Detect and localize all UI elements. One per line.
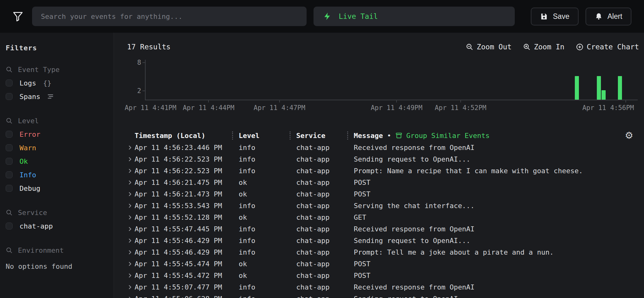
row-expand-chevron[interactable] — [125, 144, 135, 151]
x-tick-mark — [208, 100, 209, 102]
row-expand-chevron[interactable] — [125, 156, 135, 163]
live-tail-button[interactable]: Live Tail — [314, 7, 515, 26]
filter-search-event-type[interactable]: Event Type — [6, 66, 108, 74]
col-header-level: Level — [232, 132, 290, 140]
row-expand-chevron[interactable] — [125, 249, 135, 256]
row-message: Received response from OpenAI — [347, 225, 619, 233]
filter-search-environment[interactable]: Environment — [6, 246, 108, 254]
row-service: chat-app — [290, 225, 347, 233]
histogram-bar[interactable] — [575, 76, 579, 100]
row-expand-chevron[interactable] — [125, 191, 135, 197]
row-message: Received response from OpenAI — [347, 144, 619, 152]
zoom-in-icon — [523, 43, 531, 51]
row-expand-chevron[interactable] — [125, 179, 135, 186]
header-bullet: • — [387, 132, 391, 140]
chevron-right-icon — [127, 237, 133, 244]
checkbox[interactable] — [6, 171, 13, 178]
filter-item-warn[interactable]: Warn — [6, 144, 108, 152]
chevron-right-icon — [127, 226, 133, 232]
row-timestamp: Apr 11 4:56:21.473 PM — [135, 190, 232, 198]
chart-plot-area: Apr 11 4:41PMApr 11 4:44PMApr 11 4:47PMA… — [145, 60, 638, 100]
histogram-bar[interactable] — [602, 90, 606, 100]
zoom-in-button[interactable]: Zoom In — [523, 43, 564, 51]
table-row[interactable]: Apr 11 4:56:22.523 PM info chat-app Send… — [114, 153, 644, 165]
sidebar-groups: Event Type Logs {} Spans Level Error War… — [6, 66, 108, 270]
filter-item-spans[interactable]: Spans — [6, 92, 108, 101]
create-chart-button[interactable]: Create Chart — [576, 43, 639, 51]
table-row[interactable]: Apr 11 4:55:52.128 PM ok chat-app GET — [114, 212, 644, 223]
table-row[interactable]: Apr 11 4:56:21.475 PM ok chat-app POST — [114, 177, 644, 188]
col-header-message: Message — [354, 132, 383, 140]
table-row[interactable]: Apr 11 4:55:07.477 PM info chat-app Rece… — [114, 281, 644, 293]
row-expand-chevron[interactable] — [125, 237, 135, 244]
filter-item-logs[interactable]: Logs {} — [6, 79, 108, 87]
row-expand-chevron[interactable] — [125, 214, 135, 221]
filter-funnel-icon[interactable] — [11, 9, 25, 24]
filters-title: Filters — [6, 44, 108, 52]
row-expand-chevron[interactable] — [125, 272, 135, 279]
y-tick-label: 8 — [137, 59, 141, 66]
chevron-right-icon — [127, 202, 133, 209]
main-panel: 17 Results Zoom Out Zoom In — [114, 33, 644, 298]
histogram-bar[interactable] — [597, 76, 601, 100]
chevron-right-icon — [127, 261, 133, 267]
row-expand-chevron[interactable] — [125, 226, 135, 232]
filter-item-ok[interactable]: Ok — [6, 157, 108, 165]
save-button[interactable]: Save — [531, 8, 578, 25]
table-row[interactable]: Apr 11 4:56:22.523 PM info chat-app Prom… — [114, 165, 644, 177]
checkbox[interactable] — [6, 223, 13, 229]
search-input[interactable] — [32, 7, 307, 26]
lightning-icon — [323, 12, 332, 21]
checkbox[interactable] — [6, 158, 13, 165]
table-row[interactable]: Apr 11 4:55:53.543 PM info chat-app Serv… — [114, 200, 644, 212]
checkbox[interactable] — [6, 185, 13, 192]
table-row[interactable]: Apr 11 4:55:45.474 PM ok chat-app POST — [114, 258, 644, 270]
table-row[interactable]: Apr 11 4:55:47.445 PM info chat-app Rece… — [114, 223, 644, 235]
row-message: POST — [347, 190, 619, 198]
filter-group-service: Service chat-app — [6, 209, 108, 230]
filter-search-service[interactable]: Service — [6, 209, 108, 217]
group-similar-events-button[interactable]: Group Similar Events — [395, 132, 490, 140]
table-row[interactable]: Apr 11 4:56:23.446 PM info chat-app Rece… — [114, 142, 644, 153]
filter-search-level[interactable]: Level — [6, 117, 108, 125]
row-expand-chevron[interactable] — [125, 295, 135, 298]
filter-item-info[interactable]: Info — [6, 171, 108, 179]
filter-item-chat-app[interactable]: chat-app — [6, 222, 108, 230]
filter-item-error[interactable]: Error — [6, 130, 108, 138]
histogram-bar[interactable] — [618, 76, 622, 100]
table-row[interactable]: Apr 11 4:55:45.472 PM ok chat-app POST — [114, 270, 644, 281]
chevron-right-icon — [127, 295, 133, 298]
alert-button[interactable]: Alert — [586, 8, 631, 25]
checkbox[interactable] — [6, 93, 13, 100]
table-settings-gear-icon[interactable]: ⚙ — [625, 131, 644, 140]
filter-item-debug[interactable]: Debug — [6, 184, 108, 192]
table-row[interactable]: Apr 11 4:55:06.628 PM info chat-app Send… — [114, 293, 644, 298]
row-expand-chevron[interactable] — [125, 202, 135, 209]
zoom-out-button[interactable]: Zoom Out — [466, 43, 512, 51]
table-row[interactable]: Apr 11 4:55:46.429 PM info chat-app Prom… — [114, 246, 644, 258]
checkbox[interactable] — [6, 144, 13, 151]
row-service: chat-app — [290, 202, 347, 210]
table-header-row: Timestamp (Local) Level Service Message … — [114, 129, 644, 142]
row-timestamp: Apr 11 4:55:47.445 PM — [135, 225, 232, 233]
row-expand-chevron[interactable] — [125, 261, 135, 267]
x-tick-mark — [625, 100, 626, 102]
row-expand-chevron[interactable] — [125, 284, 135, 290]
row-expand-chevron[interactable] — [125, 168, 135, 174]
save-icon — [540, 12, 548, 20]
row-level: ok — [232, 179, 290, 186]
table-row[interactable]: Apr 11 4:56:21.473 PM ok chat-app POST — [114, 188, 644, 200]
checkbox[interactable] — [6, 131, 13, 138]
row-message: POST — [347, 260, 619, 268]
table-row[interactable]: Apr 11 4:55:46.429 PM info chat-app Send… — [114, 235, 644, 246]
row-timestamp: Apr 11 4:55:07.477 PM — [135, 283, 232, 291]
y-tick-mark — [142, 91, 145, 91]
events-histogram[interactable]: 28 Apr 11 4:41PMApr 11 4:44PMApr 11 4:47… — [114, 60, 638, 100]
x-tick-label: Apr 11 4:44PM — [183, 104, 234, 112]
row-timestamp: Apr 11 4:56:22.523 PM — [135, 167, 232, 175]
row-message: POST — [347, 272, 619, 279]
row-message: GET — [347, 213, 619, 221]
checkbox[interactable] — [6, 80, 13, 86]
row-service: chat-app — [290, 167, 347, 175]
row-service: chat-app — [290, 237, 347, 245]
